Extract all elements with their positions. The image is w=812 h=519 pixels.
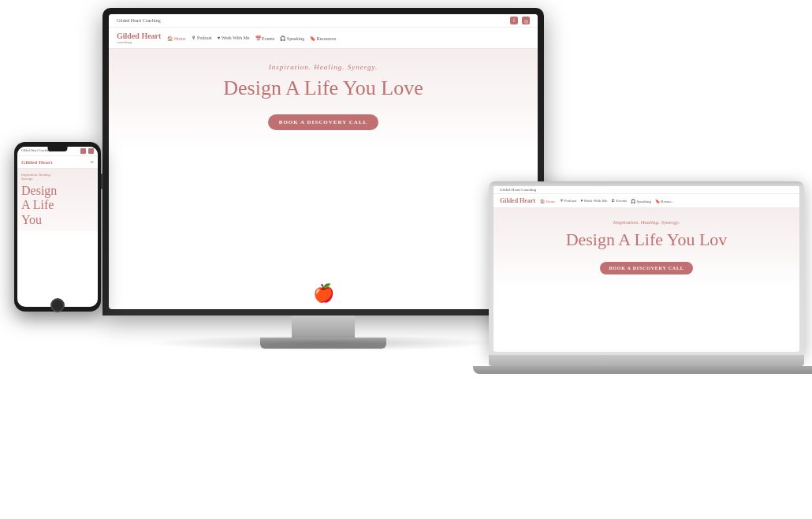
monitor-neck: 🍎 (292, 316, 355, 338)
phone-facebook-icon (80, 148, 86, 154)
laptop-hero: Inspiration. Healing. Synergy. Design A … (494, 208, 799, 289)
laptop-bottom (473, 366, 812, 374)
phone-logo: Gilded Heart (21, 159, 52, 166)
phone-side-button (101, 174, 103, 189)
monitor-stand: 🍎 (102, 316, 544, 349)
monitor-site-title: Gilded Heart Coaching (117, 18, 161, 23)
laptop-base (489, 355, 804, 366)
monitor-headline: Design A Life You Love (125, 77, 522, 100)
nav-resources[interactable]: 🔖 Resources (310, 35, 336, 41)
laptop-screen-frame: Gilded Heart Coaching Gilded Heart 🏠 Hom… (489, 181, 804, 355)
phone-device: Gilded Heart Coaching Gilded Heart ≡ Ins… (14, 142, 101, 312)
phone-menu-icon[interactable]: ≡ (90, 159, 94, 166)
nav-work-with-me[interactable]: ♥ Work With Me (218, 35, 250, 40)
phone-tagline: Inspiration. Healing.Synergy. (21, 173, 94, 181)
desktop-monitor: Gilded Heart Coaching f ◎ Gilded Heart c… (102, 8, 544, 347)
nav-podcast[interactable]: 🎙 Podcast (192, 35, 212, 40)
phone-headline: DesignA LifeYou (21, 184, 94, 227)
laptop-tagline: Inspiration. Healing. Synergy. (505, 219, 788, 226)
laptop-nav-resources[interactable]: 🔖 Resou... (655, 199, 674, 203)
phone-social-icons (80, 148, 94, 154)
laptop-nav-podcast[interactable]: 🎙 Podcast (560, 199, 577, 203)
laptop-device: Gilded Heart Coaching Gilded Heart 🏠 Hom… (489, 181, 804, 386)
laptop-logo: Gilded Heart (500, 197, 535, 204)
phone-nav: Gilded Heart ≡ (17, 156, 98, 169)
instagram-icon[interactable]: ◎ (522, 17, 530, 24)
phone-home-button[interactable] (50, 298, 65, 312)
phone-instagram-icon (88, 148, 94, 154)
monitor-tagline: Inspiration. Healing. Synergy. (125, 63, 522, 71)
scene: Gilded Heart Coaching f ◎ Gilded Heart c… (0, 0, 812, 519)
laptop-nav-events[interactable]: 🗓 Events (611, 199, 627, 203)
facebook-icon[interactable]: f (510, 17, 518, 24)
monitor-logo: Gilded Heart coaching (117, 32, 161, 44)
nav-events[interactable]: 📅 Events (255, 35, 275, 41)
laptop-nav: Gilded Heart 🏠 Home 🎙 Podcast ♥ Work Wit… (494, 194, 799, 208)
laptop-nav-home[interactable]: 🏠 Home (540, 199, 555, 203)
monitor-nav-items: 🏠 Home 🎙 Podcast ♥ Work With Me 📅 Events… (167, 35, 336, 41)
phone-site-title: Gilded Heart Coaching (21, 148, 50, 154)
phone-notch (48, 147, 68, 151)
laptop-screen: Gilded Heart Coaching Gilded Heart 🏠 Hom… (494, 186, 799, 352)
phone-screen: Gilded Heart Coaching Gilded Heart ≡ Ins… (17, 147, 98, 307)
nav-speaking[interactable]: 🎧 Speaking (280, 35, 304, 41)
monitor-nav: Gilded Heart coaching 🏠 Home 🎙 Podcast ♥… (109, 28, 538, 49)
laptop-top-bar: Gilded Heart Coaching (494, 186, 799, 194)
laptop-nav-work[interactable]: ♥ Work With Me (580, 199, 607, 203)
nav-home[interactable]: 🏠 Home (167, 35, 185, 41)
apple-logo: 🍎 (313, 283, 334, 304)
laptop-headline: Design A Life You Lov (505, 230, 788, 249)
monitor-frame: Gilded Heart Coaching f ◎ Gilded Heart c… (102, 8, 544, 316)
website-top-bar: Gilded Heart Coaching f ◎ (109, 14, 538, 28)
laptop-cta-button[interactable]: BOOK A DISCOVERY CALL (600, 262, 692, 274)
monitor-cta-button[interactable]: BOOK A DISCOVERY CALL (268, 114, 379, 130)
phone-frame: Gilded Heart Coaching Gilded Heart ≡ Ins… (14, 142, 101, 312)
monitor-base (260, 338, 386, 349)
laptop-nav-speaking[interactable]: 🎧 Speaking (631, 199, 651, 203)
laptop-site-title: Gilded Heart Coaching (500, 188, 536, 192)
laptop-nav-items: 🏠 Home 🎙 Podcast ♥ Work With Me 🗓 Events… (540, 199, 674, 203)
monitor-social-icons: f ◎ (510, 17, 530, 24)
monitor-screen: Gilded Heart Coaching f ◎ Gilded Heart c… (109, 14, 538, 309)
monitor-hero: Inspiration. Healing. Synergy. Design A … (109, 49, 538, 150)
phone-hero: Inspiration. Healing.Synergy. DesignA Li… (17, 169, 98, 231)
